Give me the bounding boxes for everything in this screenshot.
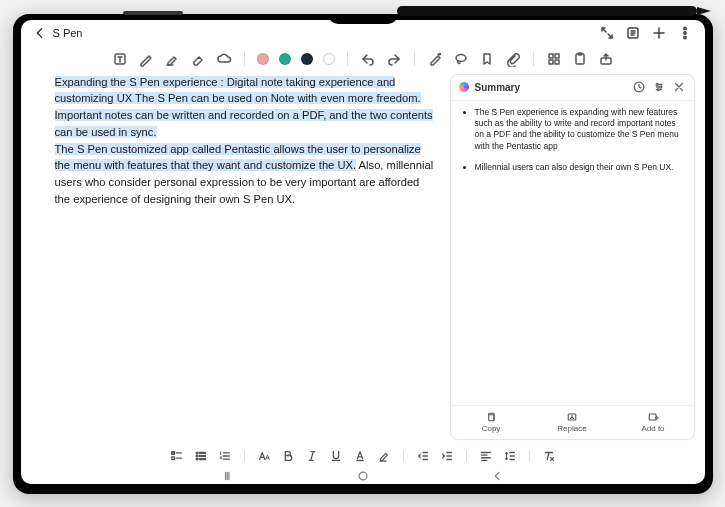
replace-label: Replace <box>557 424 586 433</box>
svg-point-15 <box>656 83 658 85</box>
power-button <box>123 11 183 15</box>
color-swatch-2[interactable] <box>279 53 291 65</box>
numbered-list-icon[interactable] <box>218 449 232 463</box>
note-body[interactable]: Expanding the S Pen experience : Digital… <box>55 74 442 440</box>
s-pen-stylus <box>397 6 697 16</box>
svg-point-5 <box>439 53 440 54</box>
svg-point-3 <box>683 36 685 38</box>
svg-point-25 <box>196 458 198 460</box>
more-icon[interactable] <box>677 25 693 41</box>
svg-point-16 <box>659 86 661 88</box>
line-spacing-icon[interactable] <box>503 449 517 463</box>
ai-sparkle-icon <box>459 82 469 92</box>
summary-bullet: Millennial users can also design their o… <box>475 162 682 173</box>
summary-header: Summary <box>451 75 694 101</box>
svg-rect-8 <box>555 54 559 58</box>
redo-icon[interactable] <box>386 51 402 67</box>
align-icon[interactable] <box>479 449 493 463</box>
eraser-tool-icon[interactable] <box>190 51 206 67</box>
svg-rect-29 <box>356 459 363 460</box>
back-button[interactable] <box>33 26 47 40</box>
text-tool-icon[interactable] <box>112 51 128 67</box>
reader-mode-icon[interactable] <box>625 25 641 41</box>
copy-button[interactable]: Copy <box>451 406 532 439</box>
copy-label: Copy <box>482 424 501 433</box>
summary-body: The S Pen experience is expanding with n… <box>451 101 694 405</box>
svg-rect-9 <box>549 60 553 64</box>
recents-button[interactable] <box>222 469 236 483</box>
cloud-tool-icon[interactable] <box>216 51 232 67</box>
undo-icon[interactable] <box>360 51 376 67</box>
summary-history-icon[interactable] <box>632 80 646 94</box>
page-title: S Pen <box>53 27 83 39</box>
home-button[interactable] <box>356 469 370 483</box>
svg-point-17 <box>657 89 659 91</box>
svg-rect-26 <box>199 452 205 453</box>
screen: S Pen <box>21 20 705 484</box>
summary-bullet: The S Pen experience is expanding with n… <box>475 107 682 153</box>
attach-icon[interactable] <box>505 51 521 67</box>
summary-actions: Copy Replace Add to <box>451 405 694 439</box>
note-paragraph-1: Expanding the S Pen experience : Digital… <box>55 76 433 138</box>
svg-rect-28 <box>199 458 205 459</box>
indent-increase-icon[interactable] <box>440 449 454 463</box>
bold-icon[interactable] <box>281 449 295 463</box>
addto-button[interactable]: Add to <box>613 406 694 439</box>
checklist-icon[interactable] <box>170 449 184 463</box>
svg-point-31 <box>359 472 367 480</box>
svg-rect-22 <box>171 456 174 459</box>
clipboard-icon[interactable] <box>572 51 588 67</box>
color-swatch-4[interactable] <box>323 53 335 65</box>
indent-decrease-icon[interactable] <box>416 449 430 463</box>
color-swatch-1[interactable] <box>257 53 269 65</box>
format-toolbar <box>21 444 705 468</box>
summary-title: Summary <box>475 82 521 93</box>
bullet-list-icon[interactable] <box>194 449 208 463</box>
lasso-tool-icon[interactable] <box>453 51 469 67</box>
ai-tool-icon[interactable] <box>427 51 443 67</box>
svg-rect-27 <box>199 455 205 456</box>
summary-panel: Summary The S Pen experience is expandin… <box>450 74 695 440</box>
svg-point-23 <box>196 452 198 454</box>
underline-icon[interactable] <box>329 449 343 463</box>
system-nav-bar <box>21 468 705 484</box>
bookmark-icon[interactable] <box>479 51 495 67</box>
svg-rect-18 <box>489 415 494 421</box>
replace-button[interactable]: Replace <box>532 406 613 439</box>
back-nav-button[interactable] <box>490 469 504 483</box>
addto-label: Add to <box>641 424 664 433</box>
highlighter-tool-icon[interactable] <box>164 51 180 67</box>
font-color-icon[interactable] <box>353 449 367 463</box>
pen-tool-icon[interactable] <box>138 51 154 67</box>
summary-settings-icon[interactable] <box>652 80 666 94</box>
svg-point-1 <box>683 27 685 29</box>
svg-rect-7 <box>549 54 553 58</box>
summary-close-icon[interactable] <box>672 80 686 94</box>
svg-point-2 <box>683 31 685 33</box>
pen-toolbar <box>21 46 705 72</box>
camera-notch <box>328 14 398 24</box>
font-size-icon[interactable] <box>257 449 271 463</box>
color-swatch-3[interactable] <box>301 53 313 65</box>
templates-icon[interactable] <box>546 51 562 67</box>
svg-rect-20 <box>649 414 656 420</box>
share-icon[interactable] <box>598 51 614 67</box>
highlight-color-icon[interactable] <box>377 449 391 463</box>
italic-icon[interactable] <box>305 449 319 463</box>
add-icon[interactable] <box>651 25 667 41</box>
expand-icon[interactable] <box>599 25 615 41</box>
svg-rect-30 <box>379 460 386 461</box>
clear-format-icon[interactable] <box>542 449 556 463</box>
svg-point-24 <box>196 455 198 457</box>
editor-area: Expanding the S Pen experience : Digital… <box>21 72 705 444</box>
tablet-frame: S Pen <box>13 14 713 494</box>
svg-rect-10 <box>555 60 559 64</box>
